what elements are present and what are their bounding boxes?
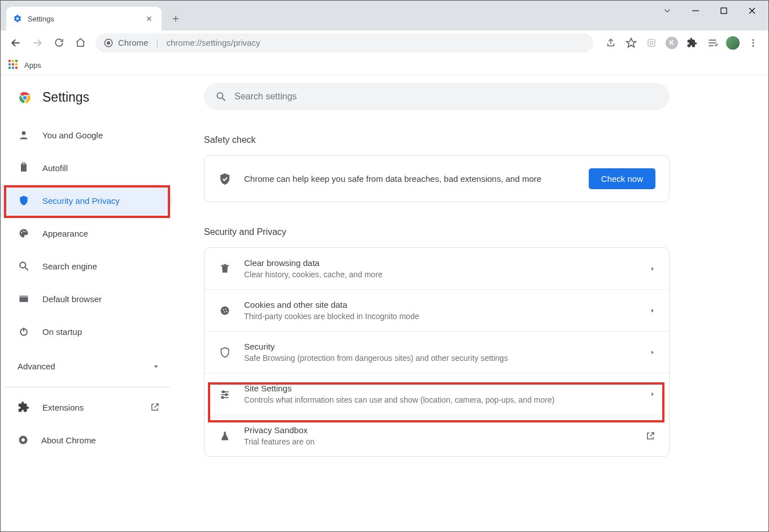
- row-security[interactable]: Security Safe Browsing (protection from …: [205, 331, 669, 373]
- k-badge-icon[interactable]: K: [662, 33, 681, 53]
- row-subtitle: Clear history, cookies, cache, and more: [244, 270, 637, 279]
- sidebar-label: Search engine: [42, 261, 97, 271]
- forward-button[interactable]: [28, 33, 47, 53]
- clipboard-icon: [18, 162, 30, 174]
- row-subtitle: Safe Browsing (protection from dangerous…: [244, 354, 637, 363]
- svg-point-20: [753, 45, 754, 46]
- svg-point-45: [221, 306, 229, 315]
- new-tab-button[interactable]: [166, 9, 185, 28]
- svg-rect-26: [23, 163, 25, 165]
- person-icon: [18, 129, 30, 141]
- search-icon: [215, 91, 227, 102]
- settings-page: Settings You and Google Autofill Securit…: [1, 75, 768, 531]
- sidebar-label: On startup: [42, 327, 82, 337]
- browser-tab[interactable]: Settings: [6, 7, 162, 30]
- search-field[interactable]: [234, 91, 658, 102]
- check-now-button[interactable]: Check now: [589, 168, 655, 189]
- svg-point-11: [107, 41, 110, 45]
- apps-grid-icon[interactable]: [8, 60, 19, 70]
- minimize-button[interactable]: [683, 3, 709, 19]
- row-cookies[interactable]: Cookies and other site data Third-party …: [205, 289, 669, 331]
- address-bar[interactable]: Chrome | chrome://settings/privacy: [95, 33, 593, 53]
- svg-line-31: [25, 268, 28, 271]
- bookmark-star-icon[interactable]: [622, 33, 641, 53]
- svg-line-59: [650, 433, 654, 437]
- sidebar-label: Appearance: [42, 229, 88, 238]
- extension-box-icon[interactable]: [642, 33, 661, 53]
- svg-marker-12: [627, 38, 636, 47]
- svg-marker-50: [651, 308, 653, 312]
- title-bar: Settings: [1, 1, 768, 30]
- sidebar-item-extensions[interactable]: Extensions: [1, 391, 173, 424]
- sidebar-item-autofill[interactable]: Autofill: [1, 151, 172, 184]
- profile-avatar[interactable]: [723, 33, 742, 53]
- maximize-button[interactable]: [711, 3, 737, 19]
- sidebar-item-you-and-google[interactable]: You and Google: [1, 119, 172, 151]
- row-title: Site Settings: [244, 383, 637, 393]
- extensions-puzzle-icon[interactable]: [683, 33, 702, 53]
- menu-dots-icon[interactable]: [744, 33, 763, 53]
- window-controls: [654, 3, 765, 19]
- row-site-settings[interactable]: Site Settings Controls what information …: [205, 373, 669, 415]
- row-privacy-sandbox[interactable]: Privacy Sandbox Trial features are on: [205, 415, 669, 456]
- search-settings-input[interactable]: [204, 83, 670, 110]
- sidebar-item-appearance[interactable]: Appearance: [1, 217, 172, 250]
- url-path: chrome://settings/privacy: [167, 38, 260, 47]
- back-button[interactable]: [6, 33, 25, 53]
- advanced-label: Advanced: [18, 361, 55, 371]
- svg-marker-44: [651, 267, 653, 271]
- chrome-logo-icon: [18, 90, 32, 105]
- sidebar-item-security-privacy[interactable]: Security and Privacy: [1, 184, 172, 217]
- sidebar-item-about-chrome[interactable]: About Chrome: [1, 424, 173, 456]
- chevron-right-icon: [650, 348, 655, 356]
- trash-icon: [218, 262, 232, 276]
- reload-button[interactable]: [49, 33, 68, 53]
- svg-marker-51: [651, 350, 653, 354]
- sidebar-label: You and Google: [42, 130, 103, 140]
- palette-icon: [18, 227, 30, 239]
- home-button[interactable]: [71, 33, 90, 53]
- svg-point-40: [217, 93, 223, 98]
- svg-point-27: [21, 232, 22, 233]
- sidebar-label: Default browser: [42, 294, 102, 304]
- search-icon: [18, 260, 30, 272]
- sidebar-advanced-toggle[interactable]: Advanced: [1, 354, 173, 379]
- svg-point-30: [20, 262, 25, 268]
- security-privacy-card: Clear browsing data Clear history, cooki…: [204, 247, 670, 457]
- gear-icon: [13, 14, 22, 23]
- section-heading-security: Security and Privacy: [204, 227, 746, 237]
- svg-rect-14: [650, 41, 653, 44]
- row-subtitle: Controls what information sites can use …: [244, 395, 637, 404]
- svg-marker-58: [651, 392, 653, 396]
- chevron-right-icon: [650, 390, 655, 398]
- browser-toolbar: Chrome | chrome://settings/privacy K: [1, 30, 768, 55]
- svg-point-55: [225, 394, 227, 395]
- sidebar-item-search-engine[interactable]: Search engine: [1, 250, 172, 282]
- site-info-icon[interactable]: [103, 38, 114, 48]
- svg-rect-13: [648, 40, 655, 46]
- sidebar-label: Security and Privacy: [42, 196, 120, 206]
- tab-search-icon[interactable]: [654, 3, 680, 19]
- sidebar-item-default-browser[interactable]: Default browser: [1, 282, 172, 315]
- puzzle-icon: [18, 401, 30, 413]
- svg-line-37: [154, 404, 158, 408]
- reading-list-icon[interactable]: [703, 33, 722, 53]
- close-window-button[interactable]: [739, 3, 765, 19]
- chevron-right-icon: [650, 307, 655, 315]
- close-tab-icon[interactable]: [144, 14, 155, 23]
- svg-rect-5: [721, 8, 727, 14]
- row-clear-browsing-data[interactable]: Clear browsing data Clear history, cooki…: [205, 248, 669, 289]
- row-subtitle: Trial features are on: [244, 437, 633, 446]
- shield-icon: [18, 194, 30, 207]
- svg-point-29: [24, 231, 25, 232]
- row-title: Privacy Sandbox: [244, 425, 633, 435]
- url-separator: |: [156, 38, 158, 48]
- svg-line-41: [223, 98, 225, 101]
- flask-icon: [218, 429, 232, 443]
- sidebar-label: About Chrome: [41, 435, 96, 445]
- apps-label[interactable]: Apps: [24, 61, 41, 69]
- sidebar-item-on-startup[interactable]: On startup: [1, 315, 172, 348]
- svg-point-47: [225, 308, 227, 309]
- svg-marker-36: [154, 365, 158, 368]
- share-icon[interactable]: [601, 33, 620, 53]
